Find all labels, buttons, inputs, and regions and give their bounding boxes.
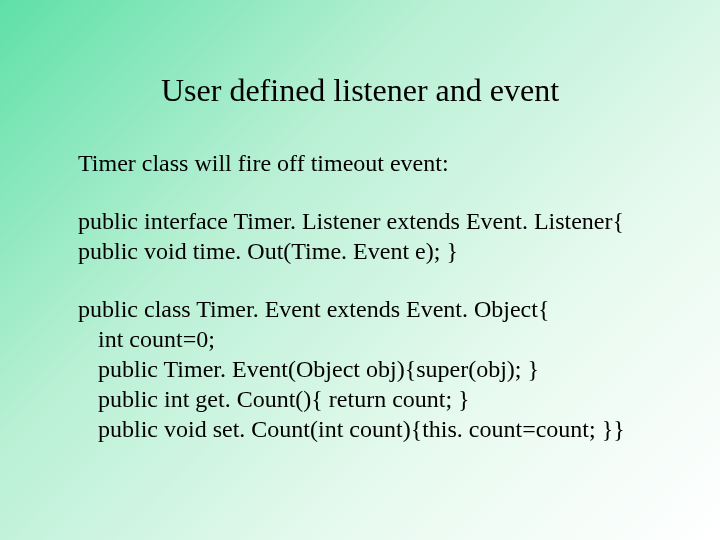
code-line: int count=0;	[78, 324, 660, 354]
slide-title: User defined listener and event	[0, 72, 720, 109]
code-line: public class Timer. Event extends Event.…	[78, 294, 660, 324]
class-code: public class Timer. Event extends Event.…	[78, 294, 660, 444]
code-line: public void set. Count(int count){this. …	[78, 414, 660, 444]
slide-body: Timer class will fire off timeout event:…	[78, 148, 660, 444]
intro-text: Timer class will fire off timeout event:	[78, 148, 660, 178]
code-line: public void time. Out(Time. Event e); }	[78, 236, 660, 266]
code-line: public interface Timer. Listener extends…	[78, 206, 660, 236]
code-line: public int get. Count(){ return count; }	[78, 384, 660, 414]
code-line: public Timer. Event(Object obj){super(ob…	[78, 354, 660, 384]
interface-code: public interface Timer. Listener extends…	[78, 206, 660, 266]
